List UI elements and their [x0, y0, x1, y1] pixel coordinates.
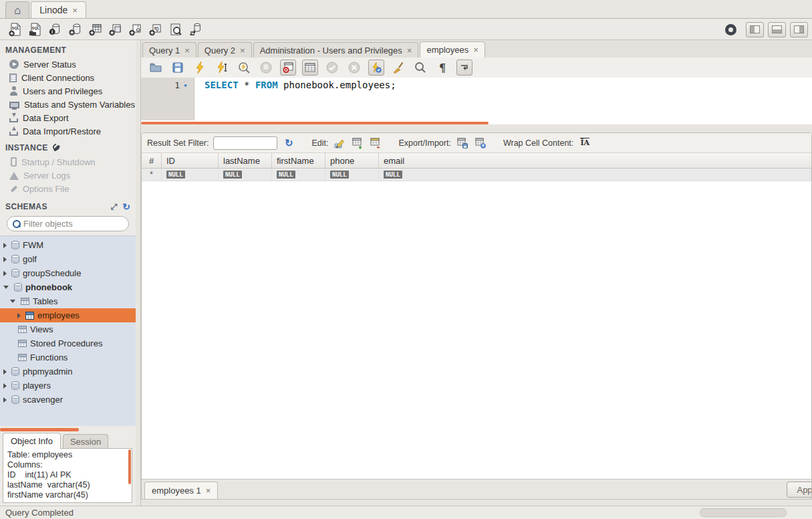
wrap-cell-toggle[interactable]: ĪA [578, 136, 591, 150]
apply-button[interactable]: Apply [787, 482, 812, 498]
chevron-right-icon[interactable] [17, 313, 21, 318]
delete-row-button[interactable] [369, 136, 382, 150]
tree-item-tables[interactable]: Tables [0, 294, 136, 308]
refresh-schemas-icon[interactable]: ↻ [122, 202, 130, 211]
column-header-firstname[interactable]: firstName [272, 153, 325, 168]
tree-item-views[interactable]: Views [0, 322, 136, 336]
create-schema-button[interactable] [65, 20, 86, 39]
open-sql-script-button[interactable]: SQL [25, 20, 45, 39]
sidebar-item-users-privileges[interactable]: Users and Privileges [0, 84, 136, 98]
grid-placeholder-row[interactable]: * NULL NULL NULL NULL NULL [142, 169, 811, 181]
toggle-wrap-button[interactable] [456, 60, 472, 76]
tree-item-players[interactable]: players [0, 379, 136, 393]
chevron-down-icon[interactable] [10, 300, 15, 303]
tree-horizontal-scrollbar[interactable] [0, 428, 79, 431]
result-tab-employees-1[interactable]: employees 1 × [144, 482, 218, 499]
sidebar-resize-sash[interactable] [136, 40, 140, 506]
edit-grid-toggle[interactable] [302, 60, 318, 76]
sidebar-item-status-system-variables[interactable]: Status and System Variables [0, 98, 136, 111]
toggle-output-panel-button[interactable] [768, 22, 786, 37]
result-filter-input[interactable] [213, 136, 277, 150]
insert-row-button[interactable] [351, 136, 364, 150]
search-table-data-button[interactable] [166, 20, 186, 39]
sidebar-item-data-import[interactable]: Data Import/Restore [0, 124, 136, 138]
execute-current-button[interactable] [214, 60, 230, 76]
grid-cell[interactable]: NULL [219, 169, 272, 181]
tab-query-2[interactable]: Query 2× [198, 42, 252, 58]
sidebar-item-client-connections[interactable]: Client Connections [0, 71, 136, 84]
rollback-button[interactable] [346, 60, 362, 76]
autocommit-toggle[interactable] [368, 60, 384, 76]
expand-schemas-icon[interactable]: ⤢ [111, 203, 118, 211]
sidebar-item-server-status[interactable]: Server Status [0, 58, 136, 71]
create-table-button[interactable] [86, 20, 106, 39]
tree-item-groupschedule[interactable]: groupSchedule [0, 266, 136, 280]
reconnect-database-button[interactable] [186, 20, 206, 39]
tree-item-fwm[interactable]: FWM [0, 238, 136, 252]
column-header-id[interactable]: ID [162, 153, 219, 168]
close-icon[interactable]: × [184, 46, 190, 55]
new-sql-editor-button[interactable]: SQL [5, 20, 25, 39]
close-icon[interactable]: × [240, 46, 245, 55]
edit-record-button[interactable] [333, 136, 346, 150]
commit-button[interactable] [324, 60, 340, 76]
grid-cell[interactable]: NULL [379, 169, 811, 181]
chevron-right-icon[interactable] [3, 243, 7, 248]
tab-object-info[interactable]: Object Info [3, 433, 61, 449]
grid-cell[interactable]: NULL [325, 169, 379, 181]
connection-tab-linode[interactable]: Linode × [31, 1, 86, 18]
editor-result-sash[interactable] [141, 124, 812, 132]
sql-editor[interactable]: 1 ● SELECT * FROM phonebook.employees; [141, 78, 812, 124]
tree-item-stored-procedures[interactable]: Stored Procedures [0, 336, 136, 350]
chevron-right-icon[interactable] [3, 369, 7, 375]
tree-item-phpmyadmin[interactable]: phpmyadmin [0, 365, 136, 379]
database-inspector-button[interactable]: i [45, 20, 65, 39]
column-header-hash[interactable]: # [142, 153, 162, 168]
schema-filter-input[interactable] [23, 219, 136, 229]
column-header-lastname[interactable]: lastName [219, 153, 272, 168]
execute-button[interactable] [192, 60, 208, 76]
object-info-scrollbar[interactable] [128, 449, 131, 484]
tree-item-functions[interactable]: Functions [0, 350, 136, 365]
open-file-button[interactable] [148, 60, 164, 76]
editor-horizontal-scrollbar[interactable] [141, 122, 489, 124]
stop-button[interactable] [258, 60, 274, 76]
column-header-email[interactable]: email [379, 153, 811, 168]
toggle-secondary-panel-button[interactable] [790, 22, 808, 37]
chevron-right-icon[interactable] [3, 257, 7, 262]
create-function-button[interactable]: f() [146, 20, 166, 39]
chevron-right-icon[interactable] [3, 397, 7, 403]
create-view-button[interactable] [106, 20, 126, 39]
show-invisibles-button[interactable]: ¶ [434, 60, 450, 76]
explain-button[interactable] [236, 60, 252, 76]
tab-query-1[interactable]: Query 1× [142, 42, 196, 58]
create-stored-procedure-button[interactable] [126, 20, 146, 39]
grid-cell[interactable]: NULL [162, 169, 219, 181]
chevron-down-icon[interactable] [3, 286, 9, 289]
sidebar-item-server-logs[interactable]: Server Logs [0, 169, 136, 182]
import-recordset-button[interactable] [474, 136, 487, 150]
close-icon[interactable]: × [407, 46, 412, 55]
tree-item-employees[interactable]: employees [0, 308, 136, 322]
toggle-sidebar-panel-button[interactable] [746, 22, 764, 37]
grid-cell[interactable]: NULL [272, 169, 325, 181]
preferences-icon[interactable] [725, 24, 736, 35]
chevron-right-icon[interactable] [3, 383, 7, 389]
horizontal-scrollbar-thumb[interactable] [700, 508, 787, 517]
export-recordset-button[interactable] [456, 136, 469, 150]
close-icon[interactable]: × [206, 486, 211, 495]
tree-item-golf[interactable]: golf [0, 252, 136, 266]
sidebar-item-data-export[interactable]: Data Export [0, 111, 136, 124]
tree-item-scavenger[interactable]: scavenger [0, 393, 136, 407]
home-tab[interactable]: ⌂ [5, 1, 29, 18]
find-button[interactable] [412, 60, 428, 76]
close-icon[interactable]: × [72, 6, 78, 15]
save-button[interactable] [170, 60, 186, 76]
sql-code-line[interactable]: SELECT * FROM phonebook.employees; [205, 80, 396, 90]
close-icon[interactable]: × [473, 45, 479, 54]
tab-employees[interactable]: employees× [420, 41, 485, 58]
sidebar-item-startup-shutdown[interactable]: Startup / Shutdown [0, 155, 136, 169]
clear-button[interactable] [390, 60, 406, 76]
sidebar-item-options-file[interactable]: Options File [0, 182, 136, 195]
tab-administration[interactable]: Administration - Users and Privileges× [253, 42, 419, 58]
